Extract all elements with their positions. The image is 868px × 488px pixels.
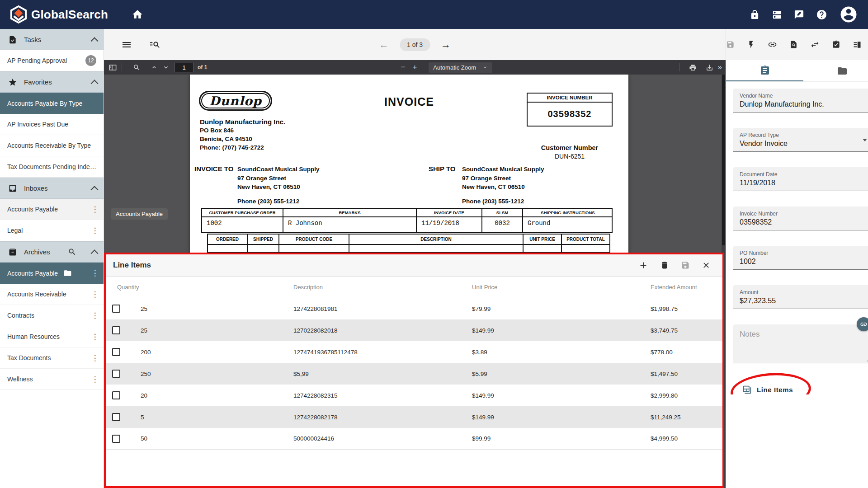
approve-document-button[interactable] xyxy=(832,40,840,49)
sidebar-item-accounts-receivable-by-type[interactable]: Accounts Receivable By Type xyxy=(0,135,104,156)
zoom-out-button[interactable]: − xyxy=(397,63,409,72)
line-item-row[interactable]: 250 $5,99 $5.99 $1,497.50 xyxy=(106,363,722,385)
sidebar-item-archive-tax-documents[interactable]: Tax Documents ⋮ xyxy=(0,347,104,369)
row-checkbox[interactable] xyxy=(112,305,120,313)
item-menu-icon[interactable]: ⋮ xyxy=(91,332,99,342)
link-fab-button[interactable] xyxy=(857,317,868,331)
field-amount[interactable]: Amount $27,323.55 xyxy=(733,285,868,309)
line-item-row[interactable]: 25 1270228082018 $149.99 $3,749.75 xyxy=(106,319,722,341)
line-item-row[interactable]: 5 1274228082178 $149.99 $11,249.25 xyxy=(106,406,722,428)
sidebar-item-tax-documents-pending[interactable]: Tax Documents Pending Inde… xyxy=(0,156,104,178)
save-document-button[interactable] xyxy=(726,40,735,49)
save-line-items-button[interactable] xyxy=(681,261,690,270)
previous-document-arrow[interactable]: ← xyxy=(379,40,389,50)
index-view-button[interactable] xyxy=(853,40,862,49)
account-avatar[interactable] xyxy=(839,5,858,24)
field-po-number[interactable]: PO Number 1002 xyxy=(733,246,868,270)
help-icon[interactable] xyxy=(816,9,827,20)
notes-input[interactable] xyxy=(733,324,868,363)
item-label: AP Invoices Past Due xyxy=(7,121,68,128)
item-menu-icon[interactable]: ⋮ xyxy=(91,226,99,235)
page-number-input[interactable] xyxy=(174,63,194,72)
next-document-arrow[interactable]: → xyxy=(441,40,451,50)
field-value: Dunlop Manufacturing Inc. xyxy=(740,100,867,108)
feedback-icon[interactable] xyxy=(794,9,804,20)
item-menu-icon[interactable]: ⋮ xyxy=(91,290,99,299)
sidebar-section-tasks[interactable]: Tasks xyxy=(0,29,104,50)
table-grid-icon xyxy=(742,385,752,394)
item-menu-icon[interactable]: ⋮ xyxy=(91,311,99,320)
sidebar-item-archive-wellness[interactable]: Wellness ⋮ xyxy=(0,369,104,390)
cell-unit-price: $149.99 xyxy=(472,327,651,334)
item-label: Human Resources xyxy=(7,333,60,340)
find-next-icon[interactable] xyxy=(162,64,170,71)
field-document-date[interactable]: Document Date 11/19/2018 xyxy=(733,167,868,191)
delete-line-item-button[interactable] xyxy=(660,261,669,270)
sidebar-item-archive-contracts[interactable]: Contracts ⋮ xyxy=(0,305,104,326)
row-checkbox[interactable] xyxy=(112,435,120,443)
item-menu-icon[interactable]: ⋮ xyxy=(91,268,99,278)
sidebar-item-accounts-payable-by-type[interactable]: Accounts Payable By Type xyxy=(0,93,104,114)
line-item-row[interactable]: 200 1274741936785112478 $3.89 $778.00 xyxy=(106,341,722,363)
line-items-button[interactable]: Line Items xyxy=(742,385,833,394)
print-icon[interactable] xyxy=(689,64,697,71)
row-checkbox[interactable] xyxy=(112,391,120,399)
sidebar-item-ap-pending-approval[interactable]: AP Pending Approval 12 xyxy=(0,50,104,71)
sidebar-item-archive-accounts-payable[interactable]: Accounts Payable ⋮ xyxy=(0,263,104,284)
item-menu-icon[interactable]: ⋮ xyxy=(91,205,99,214)
field-label: PO Number xyxy=(740,250,867,256)
find-previous-icon[interactable] xyxy=(151,64,158,71)
cell-quantity: 200 xyxy=(141,349,293,356)
sidebar-section-inboxes[interactable]: Inboxes xyxy=(0,178,104,199)
item-menu-icon[interactable]: ⋮ xyxy=(91,353,99,363)
search-results-icon[interactable] xyxy=(149,39,160,50)
field-vendor-name[interactable]: Vendor Name Dunlop Manufacturing Inc. xyxy=(733,89,868,113)
related-documents-button[interactable] xyxy=(768,40,777,49)
column-quantity: Quantity xyxy=(117,284,293,291)
item-menu-icon[interactable]: ⋮ xyxy=(91,375,99,384)
add-line-item-button[interactable] xyxy=(638,260,648,270)
dropdown-caret-icon[interactable] xyxy=(863,139,867,141)
line-item-row[interactable]: 25 1274228081981 $79.99 $1,998.75 xyxy=(106,298,722,319)
sidebar-item-archive-accounts-receivable[interactable]: Accounts Receivable ⋮ xyxy=(0,284,104,305)
menu-icon[interactable] xyxy=(121,39,132,50)
brand-name: GlobalSearch xyxy=(31,8,108,22)
zoom-in-button[interactable]: + xyxy=(409,63,420,72)
home-button[interactable] xyxy=(132,9,143,20)
sidebar-item-inbox-legal[interactable]: Legal ⋮ xyxy=(0,220,104,241)
cell-extended-amount: $1,497.50 xyxy=(651,371,722,377)
workflow-actions-button[interactable] xyxy=(747,40,755,49)
zoom-select[interactable]: Automatic Zoom xyxy=(429,62,492,73)
tab-document-folders[interactable] xyxy=(803,60,868,81)
line-item-row[interactable]: 20 1274228082315 $149.99 $2,999.80 xyxy=(106,385,722,406)
line-item-row[interactable]: 50 500000024416 $99.99 $4,999.50 xyxy=(106,428,722,450)
cell-description: 1274228081981 xyxy=(293,305,472,312)
archives-search-icon[interactable] xyxy=(68,248,76,256)
scrollbar-thumb[interactable] xyxy=(722,75,725,245)
pdf-search-icon[interactable] xyxy=(133,64,141,71)
sidebar-section-archives[interactable]: Archives xyxy=(0,241,104,263)
cell-unit-price: $149.99 xyxy=(472,392,651,399)
sidebar-item-ap-invoices-past-due[interactable]: AP Invoices Past Due xyxy=(0,114,104,135)
download-icon[interactable] xyxy=(706,64,713,71)
sidebar-item-inbox-accounts-payable[interactable]: Accounts Payable ⋮ xyxy=(0,199,104,220)
row-checkbox[interactable] xyxy=(112,348,120,356)
sidebar-section-favorites[interactable]: Favorites xyxy=(0,71,104,93)
transfer-document-button[interactable] xyxy=(810,40,820,49)
toggle-sidebar-icon[interactable] xyxy=(108,63,117,72)
row-checkbox[interactable] xyxy=(112,413,120,421)
inbox-icon xyxy=(8,184,17,193)
row-checkbox[interactable] xyxy=(112,326,120,334)
field-invoice-number[interactable]: Invoice Number 03598352 xyxy=(733,206,868,230)
globalsearch-logo[interactable]: GlobalSearch xyxy=(10,5,108,24)
sidebar-item-archive-human-resources[interactable]: Human Resources ⋮ xyxy=(0,326,104,347)
close-line-items-button[interactable] xyxy=(702,261,711,270)
field-ap-record-type[interactable]: AP Record Type Vendor Invoice xyxy=(733,128,868,152)
row-checkbox[interactable] xyxy=(112,370,120,378)
item-label: Accounts Payable By Type xyxy=(7,100,82,107)
tab-index-fields[interactable] xyxy=(726,60,803,81)
lock-icon[interactable] xyxy=(750,9,760,20)
apps-dns-icon[interactable] xyxy=(772,9,782,20)
document-search-button[interactable] xyxy=(789,40,798,49)
more-tools-icon[interactable]: » xyxy=(718,63,721,72)
